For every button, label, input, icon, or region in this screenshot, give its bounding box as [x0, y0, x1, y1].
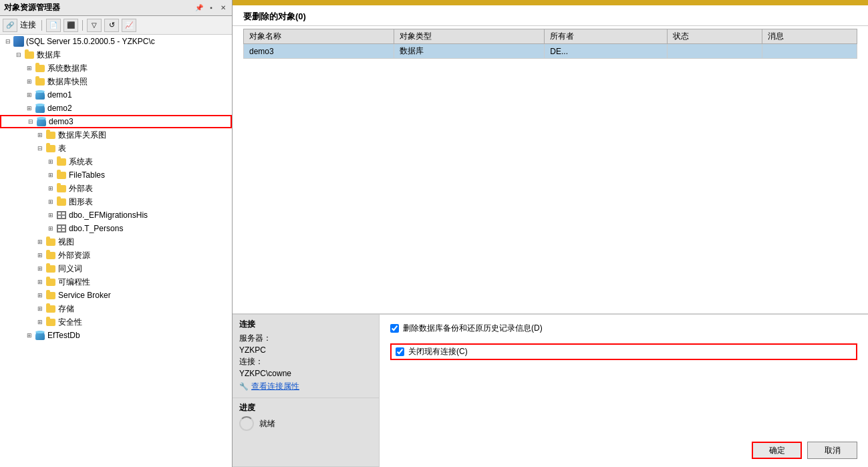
ext-tables-expander[interactable]: ⊞	[45, 183, 56, 194]
stop-button[interactable]: ⬛	[63, 19, 78, 32]
objects-title: 要删除的对象(0)	[243, 11, 306, 21]
refresh-button[interactable]: ↺	[104, 19, 119, 32]
sidebar-item-ef-migrations[interactable]: ⊞ dbo._EFMigrationsHis	[0, 208, 232, 222]
tables-expander[interactable]: ⊟	[35, 143, 45, 154]
checkbox-backup[interactable]	[390, 324, 399, 333]
tree-root[interactable]: ⊟ (SQL Server 15.0.2000.5 - YZKPC\c	[0, 35, 232, 48]
sidebar-item-databases[interactable]: ⊟ 数据库	[0, 48, 232, 61]
databases-expander[interactable]: ⊟	[13, 49, 24, 60]
sidebar-item-demo1[interactable]: ⊞ demo1	[0, 88, 232, 102]
system-db-expander[interactable]: ⊞	[24, 63, 35, 73]
sidebar-item-sys-tables[interactable]: ⊞ 系统表	[0, 155, 232, 168]
progress-row: 就绪	[239, 416, 372, 431]
close-icon[interactable]: ✕	[219, 3, 228, 13]
programmability-expander[interactable]: ⊞	[35, 277, 45, 287]
connect-icon: 🔗	[6, 21, 14, 29]
folder-icon-file-tables	[56, 170, 67, 180]
cancel-button[interactable]: 取消	[807, 442, 857, 459]
pin-button[interactable]: 📌	[194, 3, 204, 13]
service-broker-label: Service Broker	[58, 291, 111, 300]
sidebar-item-db-diagrams[interactable]: ⊞ 数据库关系图	[0, 128, 232, 142]
filter-button[interactable]: ▽	[87, 19, 102, 32]
checkbox-backup-row: 删除数据库备份和还原历史记录信息(D)	[390, 323, 857, 334]
views-label: 视图	[58, 237, 74, 248]
sidebar-item-programmability[interactable]: ⊞ 可编程性	[0, 275, 232, 289]
db-icon-demo1	[35, 90, 45, 100]
snapshots-expander[interactable]: ⊞	[24, 76, 35, 87]
connect-label: 连接	[20, 19, 36, 31]
col-header-message: 消息	[762, 29, 857, 44]
folder-icon-graph-tables	[56, 196, 67, 207]
view-props-row: 🔧 查看连接属性	[239, 381, 372, 392]
sidebar-item-tables[interactable]: ⊟ 表	[0, 142, 232, 155]
folder-icon-service-broker	[45, 290, 56, 301]
sidebar-item-views[interactable]: ⊞ 视图	[0, 235, 232, 249]
storage-expander[interactable]: ⊞	[35, 303, 45, 314]
progress-panel: 进度 就绪	[233, 398, 379, 467]
ext-resources-label: 外部资源	[58, 250, 90, 261]
table-icon-persons	[56, 223, 67, 234]
synonyms-expander[interactable]: ⊞	[35, 263, 45, 274]
demo3-label: demo3	[49, 117, 74, 126]
eftestdb-label: EfTestDb	[47, 331, 80, 340]
new-query-button[interactable]: 📄	[46, 19, 61, 32]
checkbox-close[interactable]	[396, 347, 404, 356]
databases-label: 数据库	[37, 49, 61, 61]
table-row[interactable]: demo3 数据库 DE...	[244, 44, 857, 59]
folder-icon-sys-tables	[56, 156, 67, 167]
info-panels: 连接 服务器： YZKPC 连接： YZKPC\cowne 🔧 查看连接属性	[233, 315, 380, 467]
sidebar-item-ext-resources[interactable]: ⊞ 外部资源	[0, 249, 232, 262]
refresh-icon: ↺	[109, 21, 115, 29]
sidebar-item-file-tables[interactable]: ⊞ FileTables	[0, 168, 232, 182]
cell-type: 数据库	[394, 44, 545, 59]
sidebar-item-snapshots[interactable]: ⊞ 数据库快照	[0, 75, 232, 88]
sidebar-item-eftestdb[interactable]: ⊞ EfTestDb	[0, 329, 232, 342]
sidebar-item-demo3[interactable]: ⊟ demo3	[0, 115, 232, 128]
sys-tables-label: 系统表	[69, 156, 93, 168]
programmability-label: 可编程性	[58, 277, 90, 288]
pin-icon[interactable]: ▪	[206, 3, 216, 13]
cell-status	[667, 44, 762, 59]
progress-spinner	[239, 416, 254, 431]
tree-container[interactable]: ⊟ (SQL Server 15.0.2000.5 - YZKPC\c ⊟ 数据…	[0, 35, 232, 467]
db-diagrams-expander[interactable]: ⊞	[35, 130, 45, 140]
view-props-link[interactable]: 查看连接属性	[251, 381, 299, 392]
demo2-expander[interactable]: ⊞	[24, 103, 35, 114]
sidebar-item-demo2[interactable]: ⊞ demo2	[0, 102, 232, 115]
folder-icon-databases	[24, 49, 35, 60]
t-persons-label: dbo.T_Persons	[69, 224, 123, 233]
sidebar-item-storage[interactable]: ⊞ 存储	[0, 302, 232, 315]
sidebar-item-service-broker[interactable]: ⊞ Service Broker	[0, 289, 232, 302]
sidebar-item-synonyms[interactable]: ⊞ 同义词	[0, 262, 232, 275]
security-expander[interactable]: ⊞	[35, 317, 45, 327]
views-expander[interactable]: ⊞	[35, 237, 45, 247]
sys-tables-expander[interactable]: ⊞	[45, 156, 56, 167]
graph-tables-expander[interactable]: ⊞	[45, 196, 56, 207]
folder-icon-programmability	[45, 277, 56, 287]
sidebar-item-system-db[interactable]: ⊞ 系统数据库	[0, 61, 232, 75]
demo3-expander[interactable]: ⊟	[25, 116, 36, 127]
ext-resources-expander[interactable]: ⊞	[35, 250, 45, 261]
sidebar-item-t-persons[interactable]: ⊞ dbo.T_Persons	[0, 222, 232, 235]
t-persons-expander[interactable]: ⊞	[45, 223, 56, 234]
lower-section: 连接 服务器： YZKPC 连接： YZKPC\cowne 🔧 查看连接属性	[233, 313, 868, 467]
right-panel: 要删除的对象(0) 对象名称 对象类型 所有者 状态 消息	[233, 0, 868, 467]
ok-button[interactable]: 确定	[752, 442, 802, 459]
demo1-expander[interactable]: ⊞	[24, 90, 35, 100]
root-expander[interactable]: ⊟	[3, 36, 13, 47]
ef-migrations-expander[interactable]: ⊞	[45, 210, 56, 220]
service-broker-expander[interactable]: ⊞	[35, 290, 45, 301]
col-header-owner: 所有者	[545, 29, 668, 44]
checkbox-backup-label[interactable]: 删除数据库备份和还原历史记录信息(D)	[403, 323, 543, 334]
sidebar-item-security[interactable]: ⊞ 安全性	[0, 315, 232, 329]
sidebar-item-ext-tables[interactable]: ⊞ 外部表	[0, 182, 232, 195]
activity-button[interactable]: 📈	[122, 19, 136, 32]
connect-button[interactable]: 🔗	[3, 19, 17, 32]
file-tables-expander[interactable]: ⊞	[45, 170, 56, 180]
sidebar-item-graph-tables[interactable]: ⊞ 图形表	[0, 195, 232, 208]
object-explorer-panel: 对象资源管理器 📌 ▪ ✕ 🔗 连接 📄 ⬛ ▽ ↺	[0, 0, 233, 467]
new-query-icon: 📄	[49, 21, 57, 29]
checkbox-close-label[interactable]: 关闭现有连接(C)	[408, 346, 468, 357]
eftestdb-expander[interactable]: ⊞	[24, 330, 35, 341]
top-bar	[233, 0, 868, 5]
